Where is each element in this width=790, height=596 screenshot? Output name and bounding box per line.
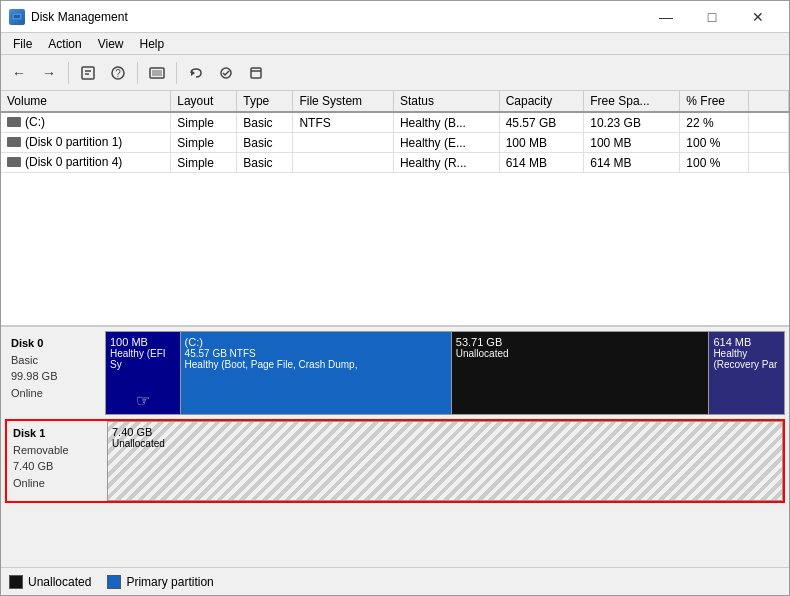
menu-action[interactable]: Action bbox=[40, 35, 89, 53]
legend-unallocated: Unallocated bbox=[9, 575, 91, 589]
close-button[interactable]: ✕ bbox=[735, 1, 781, 33]
cell-layout: Simple bbox=[171, 133, 237, 153]
cell-layout: Simple bbox=[171, 112, 237, 133]
disk1-type: Removable bbox=[13, 442, 101, 459]
forward-button[interactable]: → bbox=[35, 59, 63, 87]
partition-sublabel: Healthy (EFI Sy bbox=[110, 348, 176, 370]
cell-status: Healthy (R... bbox=[393, 153, 499, 173]
cell-filesystem bbox=[293, 133, 393, 153]
cell-type: Basic bbox=[237, 153, 293, 173]
col-volume[interactable]: Volume bbox=[1, 91, 171, 112]
refresh-button[interactable] bbox=[242, 59, 270, 87]
maximize-button[interactable]: □ bbox=[689, 1, 735, 33]
disk1-status: Online bbox=[13, 475, 101, 492]
disk1-label: Disk 1 Removable 7.40 GB Online bbox=[7, 421, 107, 501]
cell-type: Basic bbox=[237, 133, 293, 153]
commit-button[interactable] bbox=[212, 59, 240, 87]
cell-filesystem: NTFS bbox=[293, 112, 393, 133]
minimize-button[interactable]: — bbox=[643, 1, 689, 33]
cell-capacity: 100 MB bbox=[499, 133, 584, 153]
disk1-row: Disk 1 Removable 7.40 GB Online 7.40 GB … bbox=[5, 419, 785, 503]
disk0-status: Online bbox=[11, 385, 99, 402]
disk0-partitions[interactable]: 100 MB Healthy (EFI Sy☞(C:) 45.57 GB NTF… bbox=[105, 331, 785, 415]
disk1-partitions[interactable]: 7.40 GB Unallocated bbox=[107, 421, 783, 501]
col-filesystem[interactable]: File System bbox=[293, 91, 393, 112]
cell-freespace: 614 MB bbox=[584, 153, 680, 173]
legend-primary: Primary partition bbox=[107, 575, 213, 589]
partition-size: 100 MB bbox=[110, 336, 176, 348]
disk0-partition-0[interactable]: 100 MB Healthy (EFI Sy☞ bbox=[106, 332, 181, 414]
cell-percentfree: 22 % bbox=[680, 112, 749, 133]
col-percentfree[interactable]: % Free bbox=[680, 91, 749, 112]
partition-size: (C:) bbox=[185, 336, 447, 348]
disk0-partition-3[interactable]: 614 MB Healthy (Recovery Par bbox=[709, 332, 784, 414]
cell-extra bbox=[749, 112, 789, 133]
col-status[interactable]: Status bbox=[393, 91, 499, 112]
col-type[interactable]: Type bbox=[237, 91, 293, 112]
disk-icon bbox=[7, 157, 21, 167]
partition-detail: Healthy (Boot, Page File, Crash Dump, bbox=[185, 359, 447, 370]
cell-status: Healthy (B... bbox=[393, 112, 499, 133]
cell-percentfree: 100 % bbox=[680, 153, 749, 173]
cell-volume: (Disk 0 partition 4) bbox=[1, 153, 171, 173]
cell-status: Healthy (E... bbox=[393, 133, 499, 153]
partition-sublabel: Healthy (Recovery Par bbox=[713, 348, 780, 370]
back-button[interactable]: ← bbox=[5, 59, 33, 87]
partition-sublabel: 45.57 GB NTFS bbox=[185, 348, 447, 359]
disk0-type: Basic bbox=[11, 352, 99, 369]
legend-bar: Unallocated Primary partition bbox=[1, 567, 789, 595]
col-layout[interactable]: Layout bbox=[171, 91, 237, 112]
svg-rect-11 bbox=[251, 68, 261, 78]
cell-extra bbox=[749, 133, 789, 153]
table-row[interactable]: (C:) Simple Basic NTFS Healthy (B... 45.… bbox=[1, 112, 789, 133]
col-freespace[interactable]: Free Spa... bbox=[584, 91, 680, 112]
cell-type: Basic bbox=[237, 112, 293, 133]
disk0-name: Disk 0 bbox=[11, 335, 99, 352]
disk0-partition-2[interactable]: 53.71 GB Unallocated bbox=[452, 332, 710, 414]
volume-table: Volume Layout Type File System Status Ca… bbox=[1, 91, 789, 173]
cursor-indicator: ☞ bbox=[136, 391, 150, 410]
cell-percentfree: 100 % bbox=[680, 133, 749, 153]
menu-help[interactable]: Help bbox=[132, 35, 173, 53]
svg-text:?: ? bbox=[115, 68, 121, 79]
toolbar-separator-3 bbox=[176, 62, 177, 84]
toolbar: ← → ? bbox=[1, 55, 789, 91]
disk0-row: Disk 0 Basic 99.98 GB Online 100 MB Heal… bbox=[5, 331, 785, 415]
disk-icon bbox=[7, 117, 21, 127]
menu-view[interactable]: View bbox=[90, 35, 132, 53]
toolbar-separator-1 bbox=[68, 62, 69, 84]
window-icon bbox=[9, 9, 25, 25]
disk1-size: 7.40 GB bbox=[13, 458, 101, 475]
window-title: Disk Management bbox=[31, 10, 128, 24]
table-row[interactable]: (Disk 0 partition 1) Simple Basic Health… bbox=[1, 133, 789, 153]
menu-bar: File Action View Help bbox=[1, 33, 789, 55]
svg-rect-1 bbox=[14, 15, 20, 18]
disk0-partition-1[interactable]: (C:) 45.57 GB NTFSHealthy (Boot, Page Fi… bbox=[181, 332, 452, 414]
volume-table-container[interactable]: Volume Layout Type File System Status Ca… bbox=[1, 91, 789, 327]
unallocated-label: Unallocated bbox=[28, 575, 91, 589]
title-bar: Disk Management — □ ✕ bbox=[1, 1, 789, 33]
primary-swatch bbox=[107, 575, 121, 589]
cell-extra bbox=[749, 153, 789, 173]
table-row[interactable]: (Disk 0 partition 4) Simple Basic Health… bbox=[1, 153, 789, 173]
cell-layout: Simple bbox=[171, 153, 237, 173]
disk-view-button[interactable] bbox=[143, 59, 171, 87]
cell-capacity: 614 MB bbox=[499, 153, 584, 173]
window-controls: — □ ✕ bbox=[643, 1, 781, 33]
cell-freespace: 10.23 GB bbox=[584, 112, 680, 133]
undo-button[interactable] bbox=[182, 59, 210, 87]
disk0-size: 99.98 GB bbox=[11, 368, 99, 385]
help-button[interactable]: ? bbox=[104, 59, 132, 87]
svg-rect-2 bbox=[82, 67, 94, 79]
menu-file[interactable]: File bbox=[5, 35, 40, 53]
disk1-partition-0[interactable]: 7.40 GB Unallocated bbox=[108, 422, 782, 500]
col-capacity[interactable]: Capacity bbox=[499, 91, 584, 112]
cell-capacity: 45.57 GB bbox=[499, 112, 584, 133]
properties-button[interactable] bbox=[74, 59, 102, 87]
partition-sublabel: Unallocated bbox=[112, 438, 778, 449]
disk-management-window: Disk Management — □ ✕ File Action View H… bbox=[0, 0, 790, 596]
unallocated-swatch bbox=[9, 575, 23, 589]
cell-volume: (C:) bbox=[1, 112, 171, 133]
cell-freespace: 100 MB bbox=[584, 133, 680, 153]
disk1-name: Disk 1 bbox=[13, 425, 101, 442]
